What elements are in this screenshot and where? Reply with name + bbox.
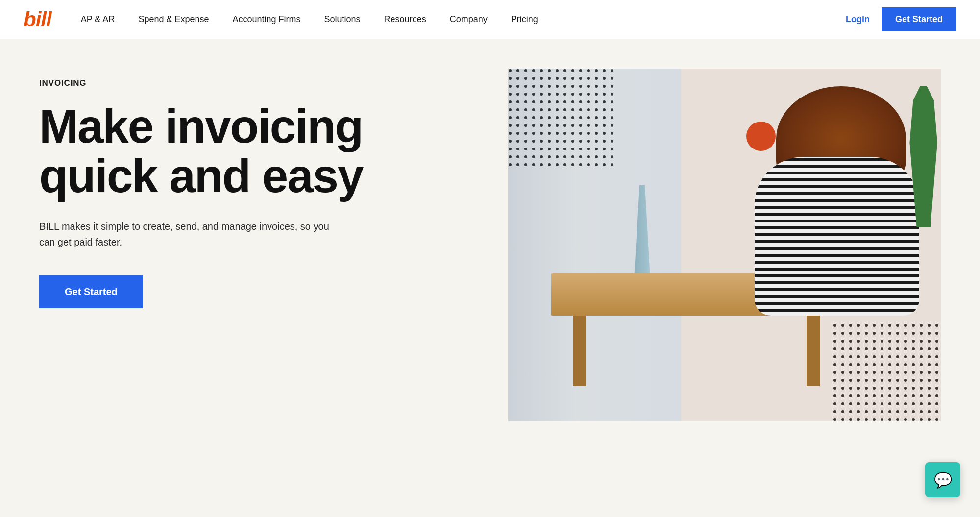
nav-item-solutions[interactable]: Solutions xyxy=(324,14,361,25)
hero-cta-button[interactable]: Get Started xyxy=(39,275,143,308)
hero-label: INVOICING xyxy=(39,78,479,88)
nav-item-resources[interactable]: Resources xyxy=(384,14,426,25)
clock-decoration xyxy=(746,122,776,151)
nav-item-pricing[interactable]: Pricing xyxy=(511,14,538,25)
logo-text: bill xyxy=(24,8,51,31)
hero-heading: Make invoicing quick and easy xyxy=(39,102,479,201)
chat-icon: 💬 xyxy=(934,471,952,489)
hero-description: BILL makes it simple to create, send, an… xyxy=(39,219,333,250)
login-link[interactable]: Login xyxy=(846,14,870,25)
svg-rect-1 xyxy=(508,69,616,167)
chat-widget[interactable]: 💬 xyxy=(925,462,960,497)
desk-leg-left xyxy=(573,316,586,386)
hero-section: INVOICING Make invoicing quick and easy … xyxy=(0,39,980,517)
navbar: bill AP & AR Spend & Expense Accounting … xyxy=(0,0,980,39)
svg-rect-3 xyxy=(833,323,941,421)
nav-links: AP & AR Spend & Expense Accounting Firms… xyxy=(81,14,846,25)
nav-actions: Login Get Started xyxy=(846,7,956,31)
dots-pattern-top-left xyxy=(508,69,616,167)
nav-item-ap-ar[interactable]: AP & AR xyxy=(81,14,115,25)
brand-logo[interactable]: bill xyxy=(24,8,51,31)
nav-item-company[interactable]: Company xyxy=(450,14,488,25)
desk-leg-right xyxy=(807,316,819,386)
hero-content: INVOICING Make invoicing quick and easy … xyxy=(39,69,508,517)
nav-item-accounting-firms[interactable]: Accounting Firms xyxy=(233,14,301,25)
dots-pattern-bottom-right xyxy=(833,323,941,421)
nav-item-spend-expense[interactable]: Spend & Expense xyxy=(138,14,209,25)
person-shirt xyxy=(755,157,919,316)
hero-image xyxy=(508,69,941,421)
nav-get-started-button[interactable]: Get Started xyxy=(882,7,956,31)
hero-image-container xyxy=(508,69,941,517)
